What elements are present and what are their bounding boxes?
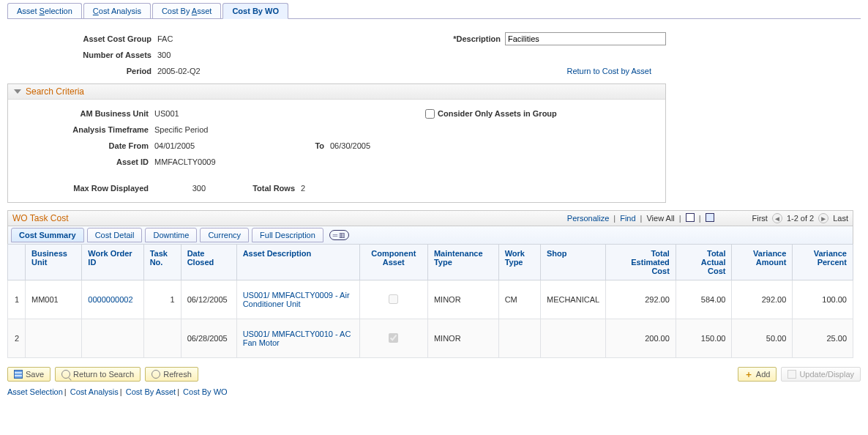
save-button[interactable]: Save <box>7 367 50 382</box>
col-variance-percent[interactable]: Variance Percent <box>793 245 853 280</box>
cell-work-order-id <box>82 319 143 358</box>
asset-cost-group-label: Asset Cost Group <box>7 34 157 43</box>
asset-cost-group-value: FAC <box>157 34 195 43</box>
grid-title: WO Task Cost <box>12 213 68 223</box>
work-order-link[interactable]: 0000000002 <box>88 295 132 304</box>
consider-only-group-checkbox[interactable] <box>425 109 435 119</box>
col-variance-amount[interactable]: Variance Amount <box>732 245 793 280</box>
cell-component-asset <box>359 280 427 319</box>
plus-icon: ＋ <box>744 370 753 379</box>
grid-inner-tabs: Cost Summary Cost Detail Downtime Curren… <box>7 226 853 244</box>
timeframe-value: Specific Period <box>154 125 264 134</box>
search-icon <box>61 370 70 379</box>
return-to-cost-by-asset-link[interactable]: Return to Cost by Asset <box>566 67 651 75</box>
cell-maintenance-type: MINOR <box>427 319 498 358</box>
inner-tab-cost-summary[interactable]: Cost Summary <box>11 228 84 242</box>
max-row-value: 300 <box>154 184 206 193</box>
footer-bar: Save Return to Search Refresh ＋Add Updat… <box>7 367 861 382</box>
first-text: First <box>752 214 768 223</box>
crumb-asset-selection[interactable]: Asset Selection <box>7 387 63 396</box>
cell-total-estimated-cost: 200.00 <box>606 319 676 358</box>
consider-only-group-label: Consider Only Assets in Group <box>438 109 557 118</box>
number-of-assets-value: 300 <box>157 51 192 59</box>
find-link[interactable]: Find <box>620 214 635 223</box>
description-label: *Description <box>453 34 505 43</box>
inner-tab-full-description[interactable]: Full Description <box>252 228 323 242</box>
page-tabs: Asset Selection Cost Analysis Cost By As… <box>7 3 861 19</box>
col-task-no[interactable]: Task No. <box>143 245 181 280</box>
inner-tab-cost-detail[interactable]: Cost Detail <box>87 228 143 242</box>
col-maintenance-type[interactable]: Maintenance Type <box>427 245 498 280</box>
description-input[interactable] <box>505 32 666 45</box>
col-work-type[interactable]: Work Type <box>498 245 540 280</box>
personalize-link[interactable]: Personalize <box>567 214 609 223</box>
period-value: 2005-02-Q2 <box>157 67 222 75</box>
return-to-search-button[interactable]: Return to Search <box>55 367 141 382</box>
viewall-text: View All <box>646 214 674 223</box>
col-business-unit[interactable]: Business Unit <box>26 245 82 280</box>
download-icon[interactable] <box>686 213 695 223</box>
search-criteria-toggle[interactable]: Search Criteria <box>8 84 665 100</box>
asset-description-link[interactable]: US001/ MMFACLTY0009 - Air Conditioner Un… <box>243 291 350 308</box>
cell-business-unit <box>26 319 82 358</box>
tab-label: Asset Selection <box>17 7 72 15</box>
inner-tab-currency[interactable]: Currency <box>200 228 249 242</box>
cell-total-actual-cost: 584.00 <box>676 280 732 319</box>
col-total-estimated-cost[interactable]: Total Estimated Cost <box>606 245 676 280</box>
tab-asset-selection[interactable]: Asset Selection <box>7 3 82 18</box>
breadcrumbs: Asset Selection| Cost Analysis| Cost By … <box>7 387 861 396</box>
tab-cost-analysis[interactable]: Cost Analysis <box>83 3 151 18</box>
cell-component-asset <box>359 319 427 358</box>
cell-variance-percent: 25.00 <box>793 319 853 358</box>
crumb-cost-analysis[interactable]: Cost Analysis <box>70 387 119 396</box>
section-title: Search Criteria <box>26 86 84 97</box>
col-work-order-id[interactable]: Work Order ID <box>82 245 143 280</box>
crumb-cost-by-wo[interactable]: Cost By WO <box>183 387 228 396</box>
cell-work-order-id[interactable]: 0000000002 <box>82 280 143 319</box>
cell-asset-description[interactable]: US001/ MMFACLTY0009 - Air Conditioner Un… <box>236 280 359 319</box>
col-asset-description[interactable]: Asset Description <box>236 245 359 280</box>
date-from-label: Date From <box>15 141 154 150</box>
cell-variance-amount: 50.00 <box>732 319 793 358</box>
row-number: 2 <box>8 319 26 358</box>
crumb-cost-by-asset[interactable]: Cost By Asset <box>126 387 176 396</box>
cell-task-no <box>143 319 181 358</box>
next-icon[interactable]: ► <box>818 213 828 223</box>
cell-work-type <box>498 319 540 358</box>
date-from-value: 04/01/2005 <box>154 141 264 150</box>
grid-header: WO Task Cost Personalize| Find| View All… <box>7 210 853 226</box>
show-all-columns-icon[interactable]: ═ <box>329 230 349 240</box>
date-to-value: 06/30/2005 <box>330 141 440 150</box>
timeframe-label: Analysis Timeframe <box>15 125 154 134</box>
component-asset-checkbox <box>389 294 398 304</box>
date-to-label: To <box>264 141 330 150</box>
add-button[interactable]: ＋Add <box>738 367 777 382</box>
cell-date-closed: 06/12/2005 <box>181 280 236 319</box>
prev-icon[interactable]: ◄ <box>772 213 782 223</box>
collapse-icon <box>14 89 21 94</box>
col-date-closed[interactable]: Date Closed <box>181 245 236 280</box>
col-component-asset[interactable]: Component Asset <box>359 245 427 280</box>
cell-maintenance-type: MINOR <box>427 280 498 319</box>
col-shop[interactable]: Shop <box>540 245 605 280</box>
update-icon <box>787 370 796 379</box>
cell-asset-description[interactable]: US001/ MMFACLTY0010 - AC Fan Motor <box>236 319 359 358</box>
total-rows-label: Total Rows <box>206 184 301 193</box>
asset-description-link[interactable]: US001/ MMFACLTY0010 - AC Fan Motor <box>243 330 351 347</box>
tab-label: Cost Analysis <box>93 7 141 15</box>
table-row: 206/28/2005US001/ MMFACLTY0010 - AC Fan … <box>8 319 853 358</box>
inner-tab-downtime[interactable]: Downtime <box>145 228 197 242</box>
refresh-button[interactable]: Refresh <box>145 367 198 382</box>
zoom-icon[interactable] <box>706 213 714 223</box>
bu-value: US001 <box>154 109 264 118</box>
col-total-actual-cost[interactable]: Total Actual Cost <box>676 245 732 280</box>
number-of-assets-label: Number of Assets <box>7 51 157 59</box>
tab-label: Cost By Asset <box>162 7 212 15</box>
cell-work-type: CM <box>498 280 540 319</box>
wo-task-cost-grid: Business Unit Work Order ID Task No. Dat… <box>7 244 853 358</box>
tab-cost-by-wo[interactable]: Cost By WO <box>222 3 288 19</box>
bu-label: AM Business Unit <box>15 109 154 118</box>
component-asset-checkbox <box>389 333 398 343</box>
tab-cost-by-asset[interactable]: Cost By Asset <box>152 3 222 18</box>
cell-business-unit: MM001 <box>26 280 82 319</box>
